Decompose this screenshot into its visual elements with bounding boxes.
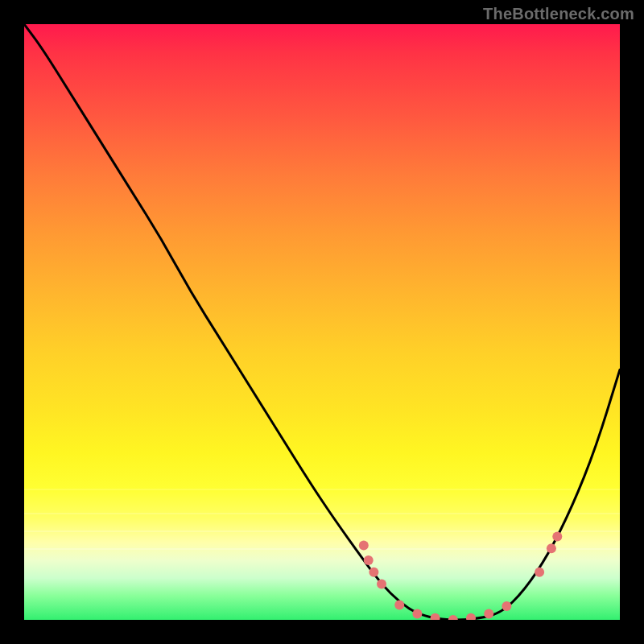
data-marker [412, 609, 422, 619]
data-marker [466, 613, 476, 620]
data-marker [369, 568, 378, 577]
curve-markers [359, 531, 563, 620]
curve-svg [24, 24, 620, 620]
data-marker [502, 601, 511, 611]
data-marker [364, 555, 374, 565]
bottleneck-curve [24, 24, 620, 620]
data-marker [431, 613, 440, 620]
data-marker [484, 609, 493, 619]
chart-frame: TheBottleneck.com [0, 0, 644, 644]
data-marker [535, 568, 544, 577]
plot-area [24, 24, 620, 620]
data-marker [547, 543, 556, 553]
data-marker [359, 541, 369, 551]
data-marker [377, 580, 386, 589]
data-marker [552, 531, 562, 541]
data-marker [394, 601, 404, 610]
watermark-text: TheBottleneck.com [483, 5, 634, 23]
data-marker [448, 615, 458, 620]
